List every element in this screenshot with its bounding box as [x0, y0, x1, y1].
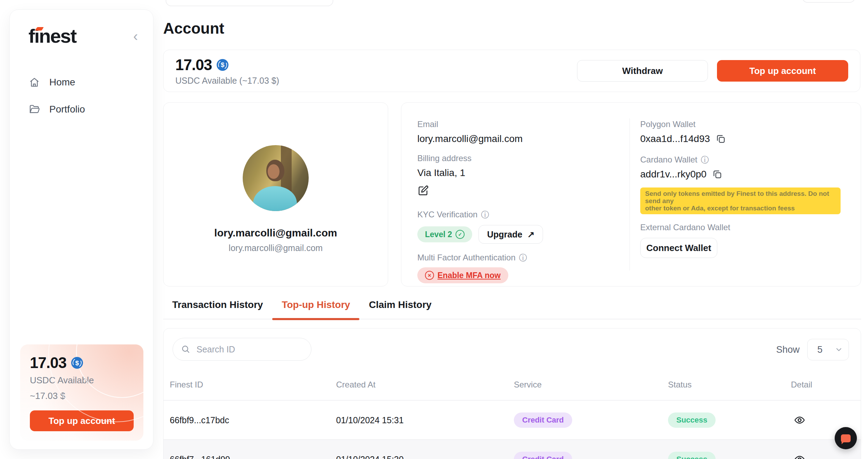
usdc-coin-icon: $: [217, 59, 228, 71]
sidebar-balance-label: USDC Available: [30, 375, 134, 386]
cell-service: Credit Card: [514, 452, 572, 459]
chevron-left-icon: ‹: [133, 28, 138, 44]
table-row: 66fbf9...c17bdc 01/10/2024 15:31 Credit …: [164, 401, 861, 440]
edit-billing-button[interactable]: [417, 185, 430, 198]
sidebar-balance-fiat: ~17.03 $: [30, 391, 134, 401]
balance-card: 17.03 $ USDC Available (~17.03 $) Withdr…: [163, 50, 860, 92]
column-header-finest-id: Finest ID: [170, 380, 203, 390]
logo-text: finest: [28, 25, 76, 47]
page-title: Account: [163, 20, 224, 37]
enable-mfa-link[interactable]: ✕ Enable MFA now: [417, 267, 508, 283]
billing-label: Billing address: [417, 153, 543, 163]
mfa-label-row: Multi Factor Authentication ⓘ: [417, 253, 543, 262]
search-icon: [181, 344, 191, 354]
tab-claim-history[interactable]: Claim History: [369, 299, 432, 310]
warning-text-line2: other token or Ada, except for transacti…: [645, 205, 836, 212]
sidebar-item-label: Portfolio: [49, 104, 85, 115]
service-badge: Credit Card: [514, 452, 572, 459]
cutoff-card-top-left: [166, 0, 333, 6]
external-wallet-label: External Cardano Wallet: [640, 223, 849, 232]
sidebar: finest ‹ Home Portfolio: [9, 9, 153, 450]
sidebar-wallet-card: 17.03 $ USDC Available ~17.03 $ Top up a…: [20, 344, 143, 441]
table-header-row: Finest ID Created At Service Status Deta…: [164, 380, 861, 390]
info-icon[interactable]: ⓘ: [519, 254, 527, 262]
account-page: finest ‹ Home Portfolio: [0, 0, 868, 459]
view-detail-button[interactable]: [794, 414, 806, 426]
sidebar-item-label: Home: [49, 77, 75, 88]
topup-history-card: Show 5 Finest ID Created At Service Stat…: [163, 328, 861, 459]
page-size-value: 5: [817, 344, 823, 355]
kyc-label-row: KYC Verification ⓘ: [417, 210, 543, 219]
connect-wallet-button[interactable]: Connect Wallet: [640, 238, 717, 258]
sidebar-topup-button[interactable]: Top up account: [30, 410, 134, 431]
profile-card: lory.marcolli@gmail.com lory.marcolli@gm…: [163, 102, 388, 286]
eye-icon: [794, 414, 806, 426]
copy-polygon-address-button[interactable]: [716, 134, 726, 144]
sidebar-collapse-button[interactable]: ‹: [131, 29, 140, 43]
billing-value: Via Italia, 1: [417, 167, 543, 178]
cardano-warning-banner: Send only tokens emitted by Finest to th…: [640, 187, 841, 214]
finest-logo: finest: [28, 26, 76, 46]
show-label: Show: [776, 344, 800, 355]
account-details-left-column: Email lory.marcolli@gmail.com Billing ad…: [417, 119, 543, 283]
column-header-created-at: Created At: [336, 380, 375, 390]
topup-account-button[interactable]: Top up account: [717, 60, 848, 82]
arrow-up-right-icon: ↗: [527, 230, 534, 240]
check-circle-icon: ✓: [456, 230, 465, 239]
column-header-status: Status: [668, 380, 692, 390]
account-details-card: Email lory.marcolli@gmail.com Billing ad…: [401, 102, 861, 286]
info-icon[interactable]: ⓘ: [481, 211, 489, 219]
cutoff-card-top-right: [802, 0, 855, 3]
x-circle-icon: ✕: [425, 271, 434, 280]
eye-icon: [794, 453, 806, 459]
kyc-level-badge: Level 2 ✓: [417, 226, 472, 242]
copy-icon: [716, 134, 726, 144]
vertical-divider: [629, 118, 630, 270]
info-icon[interactable]: ⓘ: [701, 156, 709, 164]
cell-status: Success: [668, 452, 716, 459]
account-details-right-column: Polygon Wallet 0xaa1d...f14d93 Cardano W…: [640, 119, 849, 258]
status-badge: Success: [668, 452, 716, 459]
sidebar-item-home[interactable]: Home: [10, 69, 153, 96]
cardano-wallet-label-row: Cardano Wallet ⓘ: [640, 155, 849, 165]
sidebar-nav: Home Portfolio: [10, 69, 153, 123]
history-tabs: Transaction History Top-up History Claim…: [163, 299, 861, 319]
usdc-coin-icon: $: [71, 357, 83, 369]
edit-icon: [417, 185, 429, 197]
sidebar-balance-amount: 17.03: [30, 354, 66, 372]
kyc-upgrade-button[interactable]: Upgrade ↗: [478, 225, 543, 244]
chat-widget-button[interactable]: [835, 427, 857, 449]
view-detail-button[interactable]: [794, 453, 806, 459]
email-label: Email: [417, 119, 543, 129]
copy-cardano-address-button[interactable]: [712, 169, 723, 180]
tab-topup-history[interactable]: Top-up History: [282, 299, 350, 310]
cell-finest-id: 66fbf9...c17bdc: [170, 415, 229, 425]
tab-transaction-history[interactable]: Transaction History: [172, 299, 263, 310]
cell-status: Success: [668, 412, 716, 428]
balance-amount: 17.03: [175, 56, 212, 74]
polygon-wallet-address: 0xaa1d...f14d93: [640, 133, 710, 144]
cell-service: Credit Card: [514, 412, 572, 428]
copy-icon: [712, 169, 723, 180]
avatar: [243, 145, 309, 211]
table-row: 66fbf7...161d99 01/10/2024 15:30 Credit …: [164, 440, 861, 459]
balance-subtitle: USDC Available (~17.03 $): [175, 76, 279, 86]
cell-created-at: 01/10/2024 15:31: [336, 415, 404, 425]
page-size-select[interactable]: 5: [807, 339, 849, 360]
chat-bubble-icon: [841, 434, 851, 442]
polygon-wallet-label: Polygon Wallet: [640, 119, 849, 129]
cell-finest-id: 66fbf7...161d99: [170, 454, 230, 459]
cell-created-at: 01/10/2024 15:30: [336, 454, 404, 459]
email-value: lory.marcolli@gmail.com: [417, 133, 543, 144]
sidebar-item-portfolio[interactable]: Portfolio: [10, 96, 153, 123]
column-header-service: Service: [514, 380, 542, 390]
column-header-detail: Detail: [791, 380, 812, 390]
folder-icon: [28, 103, 40, 115]
home-icon: [28, 76, 40, 88]
withdraw-button[interactable]: Withdraw: [577, 60, 708, 82]
profile-email: lory.marcolli@gmail.com: [164, 243, 388, 253]
status-badge: Success: [668, 412, 716, 428]
search-input[interactable]: [173, 338, 311, 361]
chevron-down-icon: [835, 345, 843, 354]
profile-name: lory.marcolli@gmail.com: [164, 227, 388, 239]
